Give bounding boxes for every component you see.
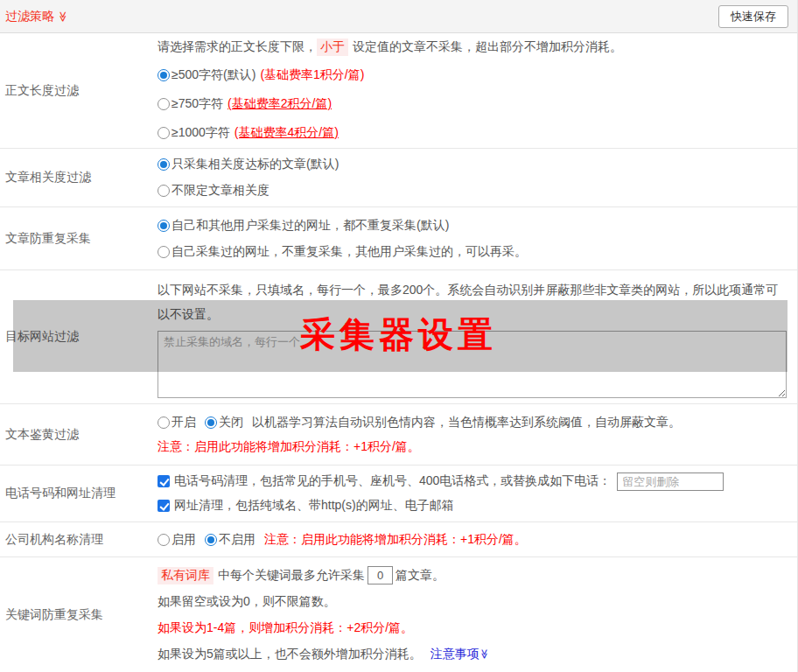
filter-strategy-header: 过滤策略 ≫ 快速保存	[0, 0, 797, 33]
row-company-cleanup: 公司机构名称清理 启用 不启用 注意：启用此功能将增加积分消耗：+1积分/篇。	[0, 522, 797, 557]
body-length-intro: 请选择需求的正文长度下限， 小于 设定值的文章不采集，超出部分不增加积分消耗。	[158, 34, 790, 60]
checkbox-phone-cleanup[interactable]: 电话号码清理，包括常见的手机号、座机号、400电话格式，或替换成如下电话：	[158, 473, 611, 489]
row-label-dedupe: 文章防重复采集	[0, 207, 158, 270]
radio-option-relevance-strict[interactable]: 只采集相关度达标的文章(默认)	[158, 157, 339, 172]
radio-icon	[158, 534, 170, 546]
row-label-body-length: 正文长度过滤	[0, 33, 158, 148]
radio-option-dedupe-self-only[interactable]: 自己采集过的网址，不重复采集，其他用户采集过的，可以再采。	[158, 244, 527, 260]
radio-option-company-on[interactable]: 启用	[158, 532, 196, 548]
radio-icon	[158, 246, 170, 258]
checkbox-url-cleanup[interactable]: 网址清理，包括纯域名、带http(s)的网址、电子邮箱	[158, 498, 454, 514]
radio-option-1000-chars[interactable]: ≥1000字符 (基础费率4积分/篇)	[158, 125, 339, 141]
radio-option-dedupe-all-users[interactable]: 自己和其他用户采集过的网址，都不重复采集(默认)	[158, 218, 449, 234]
radio-icon	[158, 127, 170, 139]
chevron-down-icon: ≫	[58, 10, 68, 22]
collector-settings-page: 过滤策略 ≫ 快速保存 正文长度过滤 请选择需求的正文长度下限， 小于 设定值的…	[0, 0, 798, 672]
radio-option-company-off[interactable]: 不启用	[205, 532, 256, 548]
porn-filter-warning: 注意：启用此功能将增加积分消耗：+1积分/篇。	[158, 439, 420, 455]
radio-option-porn-off[interactable]: 关闭	[205, 415, 243, 430]
row-dedupe-collection: 文章防重复采集 自己和其他用户采集过的网址，都不重复采集(默认) 自己采集过的网…	[0, 207, 797, 270]
radio-icon	[158, 98, 170, 110]
row-label-site-filter: 目标网站过滤	[0, 270, 158, 403]
radio-option-750-chars[interactable]: ≥750字符 (基础费率2积分/篇)	[158, 96, 332, 112]
checkbox-checked-icon	[158, 500, 170, 512]
filter-strategy-toggle[interactable]: 过滤策略 ≫	[5, 9, 69, 24]
company-cleanup-warning: 注意：启用此功能将增加积分消耗：+1积分/篇。	[264, 532, 527, 548]
row-relevance-filter: 文章相关度过滤 只采集相关度达标的文章(默认) 不限定文章相关度	[0, 149, 797, 207]
keyword-note-zero: 如果留空或设为0，则不限篇数。	[158, 594, 336, 610]
quick-save-button[interactable]: 快速保存	[718, 5, 788, 28]
radio-icon	[205, 534, 217, 546]
replacement-phone-input[interactable]	[617, 472, 724, 491]
blocked-domains-textarea[interactable]	[158, 331, 787, 398]
radio-option-porn-on[interactable]: 开启	[158, 415, 196, 430]
notice-link[interactable]: 注意事项 ≫	[430, 647, 490, 662]
less-than-highlight: 小于	[317, 38, 348, 56]
row-phone-url-cleanup: 电话号码和网址清理 电话号码清理，包括常见的手机号、座机号、400电话格式，或替…	[0, 466, 797, 522]
private-lexicon-tag: 私有词库	[158, 567, 214, 584]
fee-note: (基础费率2积分/篇)	[228, 96, 332, 112]
site-filter-description: 以下网站不采集，只填域名，每行一个，最多200个。系统会自动识别并屏蔽那些非文章…	[158, 276, 788, 326]
row-keyword-dedupe: 关键词防重复采集 私有词库 中每个关键词最多允许采集 篇文章。 如果留空或设为0…	[0, 557, 797, 672]
row-label-keyword: 关键词防重复采集	[0, 557, 158, 672]
keyword-note-1-4: 如果设为1-4篇，则增加积分消耗：+2积分/篇。	[158, 620, 413, 636]
row-label-phone-url: 电话号码和网址清理	[0, 466, 158, 522]
row-site-filter: 目标网站过滤 以下网站不采集，只填域名，每行一个，最多200个。系统会自动识别并…	[0, 270, 797, 404]
radio-icon	[158, 416, 170, 429]
row-label-porn-filter: 文本鉴黄过滤	[0, 404, 158, 465]
radio-icon	[158, 158, 170, 171]
row-label-company: 公司机构名称清理	[0, 522, 158, 556]
filter-strategy-title: 过滤策略	[5, 9, 54, 24]
checkbox-checked-icon	[158, 475, 170, 487]
radio-option-relevance-any[interactable]: 不限定文章相关度	[158, 183, 270, 199]
row-porn-filter: 文本鉴黄过滤 开启 关闭 以机器学习算法自动识别色情内容，当色情概率达到系统阈值…	[0, 404, 797, 466]
radio-icon	[205, 416, 217, 429]
porn-filter-description: 以机器学习算法自动识别色情内容，当色情概率达到系统阈值，自动屏蔽文章。	[252, 415, 681, 430]
fee-note: (基础费率4积分/篇)	[234, 125, 339, 141]
radio-option-500-chars[interactable]: ≥500字符(默认) (基础费率1积分/篇)	[158, 67, 364, 83]
keyword-count-input[interactable]	[368, 566, 393, 584]
fee-note: (基础费率1积分/篇)	[260, 67, 364, 83]
radio-icon	[158, 185, 170, 197]
radio-icon	[158, 220, 170, 232]
row-body-length-filter: 正文长度过滤 请选择需求的正文长度下限， 小于 设定值的文章不采集，超出部分不增…	[0, 33, 797, 149]
keyword-note-5plus: 如果设为5篇或以上，也不会额外增加积分消耗。	[158, 647, 422, 662]
row-label-relevance: 文章相关度过滤	[0, 149, 158, 206]
radio-icon	[158, 69, 170, 81]
chevron-down-icon: ≫	[480, 649, 489, 660]
